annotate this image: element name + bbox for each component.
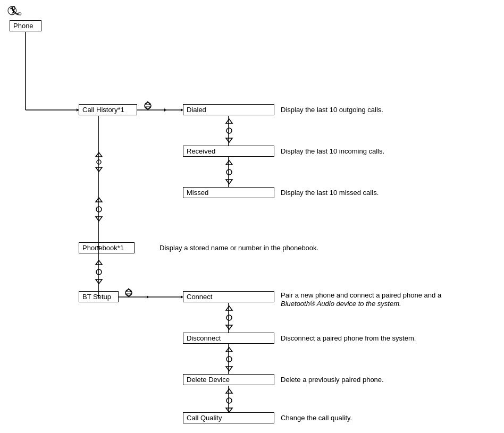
scroll-icon-received-missed — [224, 159, 234, 186]
delete-device-desc: Delete a previously paired phone. — [281, 376, 384, 384]
phone-icon: ✆ — [7, 4, 17, 18]
svg-marker-48 — [226, 408, 232, 412]
scroll-icon-ch-pb — [94, 197, 104, 224]
scroll-icon-disconnect-delete — [224, 346, 234, 373]
scroll-icon-dialed-received — [224, 118, 234, 145]
svg-marker-41 — [226, 306, 232, 310]
svg-marker-47 — [226, 389, 232, 393]
dialed-box: Dialed — [183, 104, 274, 115]
svg-marker-30 — [96, 217, 102, 221]
svg-marker-27 — [226, 180, 232, 184]
scroll-icon-pb-bt — [94, 259, 104, 286]
delete-device-box: Delete Device — [183, 374, 274, 385]
scroll-icon-to-dialed — [140, 100, 156, 113]
received-desc: Display the last 10 incoming calls. — [281, 147, 384, 155]
connect-desc-1: Pair a new phone and connect a paired ph… — [281, 291, 441, 299]
svg-marker-8 — [164, 108, 166, 112]
phone-box: Phone — [10, 20, 41, 31]
svg-marker-33 — [96, 279, 102, 284]
bt-setup-box: BT Setup — [79, 291, 119, 302]
missed-desc: Display the last 10 missed calls. — [281, 189, 379, 197]
connect-box: Connect — [183, 291, 274, 302]
diagram-container: ✆ Phone Call History*1 Phonebook*1 BT Se… — [0, 0, 504, 433]
svg-point-34 — [96, 269, 102, 275]
bluetooth-text: Bluetooth® Audio device to the system. — [281, 300, 401, 308]
svg-marker-26 — [226, 160, 232, 165]
call-history-box: Call History*1 — [79, 104, 137, 115]
call-quality-desc: Change the call quality. — [281, 414, 352, 422]
svg-marker-21 — [96, 167, 102, 172]
svg-marker-44 — [226, 347, 232, 352]
scroll-icon-to-connect — [121, 287, 137, 300]
scroll-icon-delete-callquality — [224, 388, 234, 415]
svg-point-35 — [145, 103, 151, 109]
svg-point-38 — [125, 290, 132, 296]
svg-point-22 — [97, 160, 101, 164]
svg-marker-20 — [96, 152, 102, 157]
svg-marker-29 — [96, 198, 102, 202]
missed-box: Missed — [183, 187, 274, 198]
disconnect-desc: Disconnect a paired phone from the syste… — [281, 334, 416, 342]
diagram-lines — [0, 0, 504, 433]
svg-point-31 — [96, 207, 102, 212]
svg-marker-32 — [96, 260, 102, 265]
svg-marker-42 — [226, 325, 232, 329]
svg-point-46 — [226, 356, 232, 362]
connect-desc-2: Bluetooth® Audio device to the system. — [281, 300, 401, 308]
svg-marker-12 — [147, 295, 149, 299]
disconnect-box: Disconnect — [183, 333, 274, 344]
svg-point-28 — [226, 169, 232, 175]
phonebook-box: Phonebook*1 — [79, 242, 135, 253]
scroll-icon-1 — [94, 151, 104, 174]
svg-marker-23 — [226, 119, 232, 123]
phonebook-desc: Display a stored name or number in the p… — [159, 244, 318, 252]
svg-marker-45 — [226, 367, 232, 371]
svg-point-25 — [226, 128, 232, 133]
svg-marker-24 — [226, 138, 232, 142]
svg-point-49 — [226, 398, 232, 403]
svg-point-43 — [226, 315, 232, 320]
received-box: Received — [183, 146, 274, 157]
scroll-icon-connect-disconnect — [224, 305, 234, 332]
dialed-desc: Display the last 10 outgoing calls. — [281, 106, 383, 114]
